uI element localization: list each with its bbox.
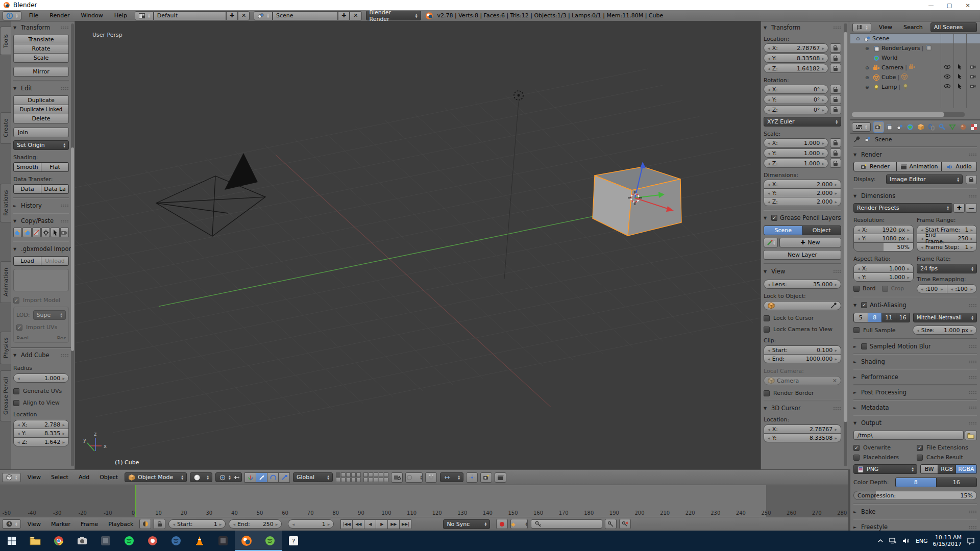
mirror-button[interactable]: Mirror — [13, 67, 69, 77]
snap-element-select[interactable]: ▲▼ — [440, 472, 463, 482]
aspect-x-field[interactable]: ◀X:1.000▶ — [853, 264, 914, 273]
panel-grip[interactable] — [833, 407, 841, 410]
dimensions-panel-header[interactable]: ▼Dimensions — [853, 192, 977, 199]
orientation-select[interactable]: Global▲▼ — [293, 472, 333, 482]
active-keying-set-field[interactable] — [531, 519, 602, 529]
timeline-menu-frame[interactable]: Frame — [77, 521, 102, 528]
location-y-field[interactable]: ◀Y:8.33508▶ — [764, 54, 828, 63]
outliner-editor-selector[interactable]: ▲▼ — [852, 23, 871, 32]
expander-icon[interactable]: ⊖ — [856, 36, 862, 41]
lock-frame-icon[interactable] — [154, 519, 165, 529]
panel-grip[interactable] — [969, 194, 977, 198]
scale-x-field[interactable]: ◀X:1.000▶ — [764, 138, 828, 147]
panel-grip[interactable] — [833, 26, 841, 30]
timeline-playback-range[interactable] — [136, 485, 766, 517]
delete-button[interactable]: Delete — [13, 114, 69, 123]
layers-grid-2[interactable] — [363, 472, 388, 482]
gp-scene-tab[interactable]: Scene — [764, 226, 803, 235]
snap-target-icon[interactable] — [466, 472, 478, 483]
prev-keyframe-icon[interactable]: ◀◀ — [352, 519, 364, 529]
action-center-icon[interactable] — [967, 537, 975, 545]
placeholders-checkbox[interactable] — [853, 455, 860, 461]
outliner-row-lamp[interactable]: ⊕Lamp| — [850, 82, 980, 92]
output-path-field[interactable]: /tmp\ — [853, 431, 964, 440]
play-icon[interactable]: ▶ — [376, 519, 388, 529]
file-browse-button[interactable] — [965, 431, 977, 440]
tab-physics[interactable]: Physics — [0, 332, 11, 364]
scene-add-button[interactable]: ✚ — [338, 11, 350, 20]
outliner-row-cube[interactable]: ⊕Cube| — [850, 72, 980, 82]
selectability-arrow-icon[interactable] — [956, 83, 963, 91]
sync-select[interactable]: No Sync▲▼ — [443, 519, 490, 529]
tab-constraints[interactable] — [926, 122, 936, 132]
bake-panel-header[interactable]: ►Bake — [853, 508, 977, 515]
align-to-view-checkbox[interactable] — [13, 400, 19, 406]
panel-grip[interactable] — [969, 360, 977, 364]
lock-camera-checkbox[interactable] — [764, 327, 770, 333]
render-engine-select[interactable]: Blender Render▲▼ — [366, 11, 421, 20]
language-indicator[interactable]: ENG — [916, 538, 928, 544]
start-button[interactable] — [0, 531, 23, 551]
viewport-menu-view[interactable]: View — [24, 474, 44, 481]
renderability-camera-icon[interactable] — [969, 73, 976, 82]
epic-games-icon[interactable] — [211, 531, 235, 551]
steam-app-icon[interactable] — [164, 531, 188, 551]
full-sample-checkbox[interactable] — [853, 327, 860, 333]
lock-icon[interactable] — [830, 148, 841, 158]
gp-object-tab[interactable]: Object — [802, 226, 842, 235]
renderability-camera-icon[interactable] — [969, 83, 976, 91]
aa-samples-5[interactable]: 5 — [853, 313, 868, 322]
tab-grease-pencil[interactable]: Grease Pencil — [0, 370, 11, 421]
gbx-path-field[interactable] — [13, 269, 69, 291]
expander-icon[interactable]: ⊕ — [865, 75, 871, 80]
gbx-load-button[interactable]: Load — [13, 256, 41, 266]
help-app-icon[interactable]: ? — [282, 531, 305, 551]
display-select[interactable]: Image Editor▲▼ — [886, 174, 963, 184]
data-layout-button[interactable]: Data La — [41, 184, 69, 194]
panel-grip[interactable] — [969, 510, 977, 514]
duplicate-linked-button[interactable]: Duplicate Linked — [13, 105, 69, 114]
color-rgb-button[interactable]: RGB — [938, 464, 955, 474]
outliner-row-camera[interactable]: ⊕Camera| — [850, 63, 980, 72]
rotation-z-field[interactable]: ◀Z:0°▶ — [764, 105, 828, 114]
tool-shelf-scrollbar[interactable] — [71, 23, 74, 466]
taskbar-clock[interactable]: 10:13 AM 6/15/2017 — [933, 534, 962, 547]
cache-result-checkbox[interactable] — [917, 455, 923, 461]
frame-rate-select[interactable]: 24 fps▲▼ — [917, 264, 977, 273]
pin-icon[interactable] — [853, 136, 861, 143]
render-border-checkbox[interactable] — [764, 390, 770, 396]
preset-remove-button[interactable]: — — [966, 203, 977, 213]
import-model-checkbox[interactable]: ✓ — [13, 297, 19, 304]
motion-blur-checkbox[interactable] — [861, 343, 867, 349]
scene-icon-button[interactable]: ▲▼ — [254, 11, 273, 20]
aa-samples-16[interactable]: 16 — [896, 313, 911, 322]
scene-name-field[interactable]: Scene — [273, 11, 338, 20]
paste-pose-icon[interactable] — [22, 228, 31, 237]
copy-pose-icon[interactable] — [13, 228, 22, 237]
outliner-display-filter[interactable]: All Scenes — [930, 22, 977, 32]
tab-animation[interactable]: Animation — [0, 261, 11, 303]
layout-delete-button[interactable]: ✕ — [238, 11, 250, 20]
time-remap-new-field[interactable]: ◀:100▶ — [947, 284, 977, 293]
renderability-camera-icon[interactable] — [969, 63, 976, 72]
dim-x-field[interactable]: ◀X:2.000▶ — [764, 180, 841, 189]
tab-material[interactable] — [959, 122, 968, 132]
timeline-menu-view[interactable]: View — [24, 521, 44, 528]
clip-start-field[interactable]: ◀Start:0.100▶ — [764, 345, 841, 355]
overwrite-checkbox[interactable]: ✓ — [853, 445, 860, 451]
gp-new-button[interactable]: ✚New — [779, 238, 841, 247]
anti-aliasing-panel-header[interactable]: ▼✓Anti-Aliasing — [853, 302, 977, 309]
panel-grip[interactable] — [969, 375, 977, 379]
pivot-point-select[interactable]: ▲▼ — [215, 472, 242, 482]
paste-flipped-icon[interactable] — [32, 228, 41, 237]
rotation-y-field[interactable]: ◀Y:0°▶ — [764, 95, 828, 104]
snap-magnet-icon[interactable] — [425, 472, 437, 483]
aa-size-field[interactable]: ◀Size:1.000 px▶ — [913, 325, 977, 335]
grease-pencil-checkbox[interactable]: ✓ — [771, 215, 777, 221]
badge-app-icon[interactable] — [141, 531, 164, 551]
shade-smooth-button[interactable]: Smooth — [13, 162, 41, 172]
outliner-row-renderlayers[interactable]: ⊕RenderLayers| — [850, 43, 980, 53]
network-icon[interactable] — [889, 537, 897, 544]
expander-icon[interactable]: ⊕ — [865, 85, 871, 90]
insert-keyframe-icon[interactable] — [605, 519, 617, 529]
